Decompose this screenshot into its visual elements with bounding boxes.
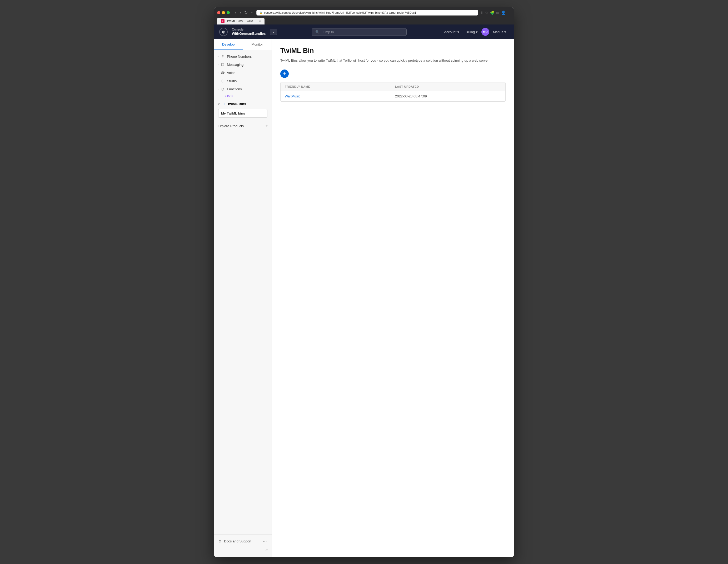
lock-icon: 🔒 xyxy=(259,11,262,14)
twiml-bins-icon: ⊡ xyxy=(222,102,226,106)
twiml-bins-label: TwiML Bins xyxy=(227,102,246,106)
sidebar-nav: › # Phone Numbers › ☐ Messaging › ☎ Vo xyxy=(214,50,272,534)
nav-right: Account ▾ Billing ▾ MO Marius ▾ xyxy=(441,28,509,36)
twiml-bins-more-button[interactable]: ⋯ xyxy=(262,101,268,106)
minimize-window-button[interactable] xyxy=(222,11,225,14)
functions-icon: ⌬ xyxy=(221,87,225,91)
forward-button[interactable]: › xyxy=(238,10,242,15)
close-window-button[interactable] xyxy=(217,11,220,14)
tab-title: TwiML Bins | Twilio xyxy=(227,19,253,23)
explore-products[interactable]: Explore Products + xyxy=(214,120,272,131)
account-chevron: ▾ xyxy=(457,30,459,34)
sidebar-collapse-button[interactable]: « xyxy=(214,546,272,555)
more-options-button[interactable]: ⋮ xyxy=(507,11,511,15)
sidebar-item-functions[interactable]: › ⌬ Functions xyxy=(214,85,272,93)
search-icon: 🔍 xyxy=(315,30,320,34)
console-label: Console xyxy=(232,28,266,31)
extensions-button[interactable]: 🧩 xyxy=(490,11,495,15)
my-twiml-bins-label: My TwiML bins xyxy=(221,111,245,115)
app-layout: ⊕ Console WithGermanBundles ⌄ 🔍 Jump to.… xyxy=(214,24,514,557)
col-last-updated: LAST UPDATED xyxy=(395,85,501,88)
tab-favicon: T xyxy=(221,19,225,23)
docs-icon: ⊙ xyxy=(218,539,222,543)
twiml-bins-expand-icon: ∨ xyxy=(218,102,220,106)
explore-products-label: Explore Products xyxy=(218,124,244,128)
docs-more-button[interactable]: ⋯ xyxy=(262,539,268,544)
workspace-selector[interactable]: ⌄ xyxy=(270,29,277,35)
user-initials: MO xyxy=(483,30,488,33)
top-nav: ⊕ Console WithGermanBundles ⌄ 🔍 Jump to.… xyxy=(214,24,514,39)
billing-menu-button[interactable]: Billing ▾ xyxy=(463,28,480,36)
home-button[interactable]: ⌂ xyxy=(250,10,255,15)
user-avatar[interactable]: MO xyxy=(481,28,489,36)
share-button[interactable]: ⬆ xyxy=(480,11,483,15)
studio-label: Studio xyxy=(227,79,237,83)
table-row: WaitMusic 2022-03-23 08:47:09 xyxy=(281,91,505,101)
phone-numbers-icon: # xyxy=(221,54,225,58)
phone-numbers-chevron: › xyxy=(218,55,218,58)
address-bar-actions: ⬆ ☆ 🧩 ▭ 👤 ⋮ xyxy=(480,11,511,15)
sidebar-item-voice[interactable]: › ☎ Voice xyxy=(214,69,272,77)
add-twiml-bin-button[interactable]: + xyxy=(280,69,289,78)
bookmark-button[interactable]: ☆ xyxy=(485,11,488,15)
user-chevron: ▾ xyxy=(504,30,506,34)
search-input-wrap[interactable]: 🔍 Jump to... xyxy=(312,28,407,36)
refresh-button[interactable]: ↻ xyxy=(243,10,249,15)
twiml-bin-last-updated: 2022-03-23 08:47:09 xyxy=(395,94,501,98)
content-area: TwiML Bin TwiML Bins allow you to write … xyxy=(272,39,514,557)
sidebar-tabs: Develop Monitor xyxy=(214,39,272,50)
account-label: Account xyxy=(444,30,456,34)
functions-chevron: › xyxy=(218,88,218,91)
sidebar-bottom: ⊙ Docs and Support ⋯ « xyxy=(214,534,272,557)
user-profile-button[interactable]: 👤 xyxy=(501,11,506,15)
user-menu-button[interactable]: Marius ▾ xyxy=(490,28,509,36)
functions-beta-item[interactable]: ✦ Beta xyxy=(214,93,272,99)
main-content: Develop Monitor › # Phone Numbers xyxy=(214,39,514,557)
table-header: FRIENDLY NAME LAST UPDATED xyxy=(281,82,505,91)
messaging-icon: ☐ xyxy=(221,63,225,67)
workspace-selector-icon: ⌄ xyxy=(272,30,275,34)
sidebar-item-phone-numbers[interactable]: › # Phone Numbers xyxy=(214,52,272,61)
back-button[interactable]: ‹ xyxy=(234,10,237,15)
docs-support-item[interactable]: ⊙ Docs and Support ⋯ xyxy=(214,537,272,546)
docs-support-label: Docs and Support xyxy=(224,539,251,543)
sidebar-item-studio[interactable]: › ⬡ Studio xyxy=(214,77,272,85)
studio-chevron: › xyxy=(218,79,218,82)
voice-label: Voice xyxy=(227,71,235,75)
sidebar-item-twiml-bins[interactable]: ∨ ⊡ TwiML Bins ⋯ xyxy=(214,99,272,108)
studio-icon: ⬡ xyxy=(221,79,225,83)
tab-close-button[interactable]: × xyxy=(259,19,261,23)
new-tab-button[interactable]: + xyxy=(266,18,271,24)
nav-console-workspace: Console WithGermanBundles xyxy=(232,28,266,36)
browser-window: ‹ › ↻ ⌂ 🔒 console.twilio.com/us1/develop… xyxy=(214,7,514,557)
active-tab[interactable]: T TwiML Bins | Twilio × xyxy=(217,18,265,24)
browser-nav-buttons: ‹ › ↻ ⌂ xyxy=(234,10,254,15)
browser-chrome: ‹ › ↻ ⌂ 🔒 console.twilio.com/us1/develop… xyxy=(214,7,514,24)
beta-badge: ✦ Beta xyxy=(224,94,233,98)
account-menu-button[interactable]: Account ▾ xyxy=(441,28,462,36)
billing-chevron: ▾ xyxy=(476,30,478,34)
url-text: console.twilio.com/us1/develop/twiml-bin… xyxy=(264,11,416,14)
browser-controls: ‹ › ↻ ⌂ 🔒 console.twilio.com/us1/develop… xyxy=(217,10,511,16)
page-description: TwiML Bins allow you to write TwiML that… xyxy=(280,58,491,63)
tab-monitor[interactable]: Monitor xyxy=(243,39,272,50)
messaging-chevron: › xyxy=(218,63,218,66)
sidebar-item-my-twiml-bins[interactable]: My TwiML bins xyxy=(218,109,267,118)
collapse-icon: « xyxy=(266,548,268,553)
messaging-label: Messaging xyxy=(227,63,243,67)
col-friendly-name: FRIENDLY NAME xyxy=(285,85,391,88)
fullscreen-window-button[interactable] xyxy=(227,11,230,14)
add-icon: + xyxy=(283,71,286,77)
tab-develop[interactable]: Develop xyxy=(214,39,243,50)
traffic-lights xyxy=(217,11,230,14)
sidebar: Develop Monitor › # Phone Numbers xyxy=(214,39,272,557)
sidebar-toggle-button[interactable]: ▭ xyxy=(496,11,500,15)
logo-icon: ⊕ xyxy=(222,29,225,34)
voice-chevron: › xyxy=(218,71,218,74)
sidebar-item-messaging[interactable]: › ☐ Messaging xyxy=(214,61,272,69)
nav-search: 🔍 Jump to... xyxy=(287,28,432,36)
my-twiml-bins-wrapper: My TwiML bins xyxy=(216,109,270,118)
address-bar[interactable]: 🔒 console.twilio.com/us1/develop/twiml-b… xyxy=(256,10,478,16)
twiml-bin-link[interactable]: WaitMusic xyxy=(285,94,391,98)
workspace-name[interactable]: WithGermanBundles xyxy=(232,32,266,36)
